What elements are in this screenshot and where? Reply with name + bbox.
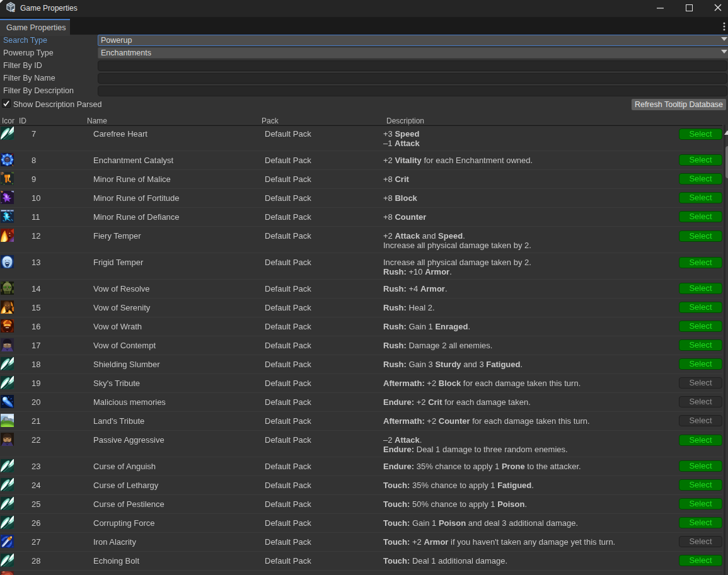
svg-text:8: 8 [12, 8, 15, 13]
